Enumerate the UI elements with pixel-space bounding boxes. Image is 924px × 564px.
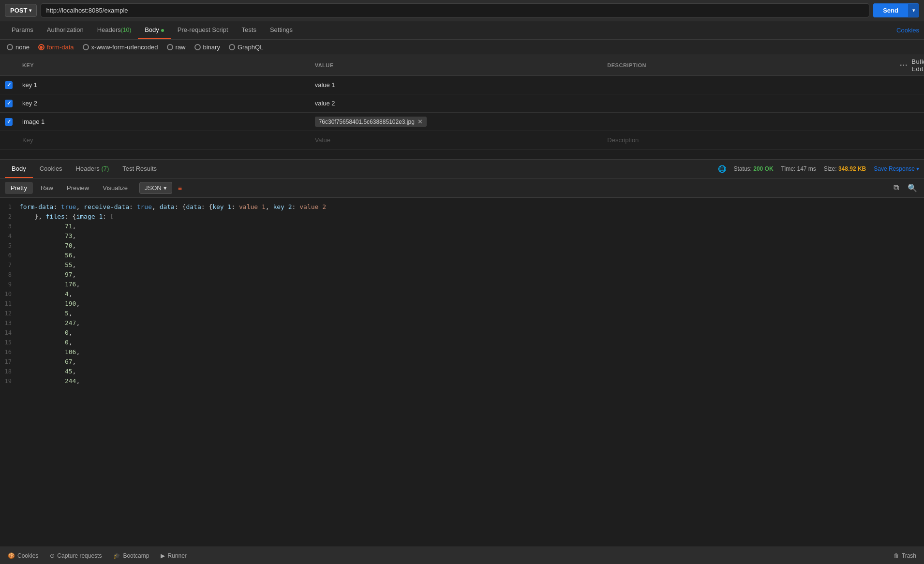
send-button-dropdown[interactable]: ▾	[908, 4, 919, 17]
table-header-description: DESCRIPTION	[602, 62, 895, 68]
file-tag: 76c30f75658401.5c638885102e3.jpg ✕	[315, 117, 427, 127]
code-line: 2 }, files: {image 1: [	[0, 212, 924, 222]
size-value: 348.92 KB	[838, 165, 866, 172]
filter-icon[interactable]: ≡	[178, 184, 182, 192]
table-header: KEY VALUE DESCRIPTION ··· Bulk Edit	[0, 55, 924, 76]
size-label: Size: 348.92 KB	[824, 165, 866, 172]
response-tab-testresults[interactable]: Test Results	[116, 160, 164, 178]
body-dot	[161, 29, 164, 32]
row2-actions	[895, 101, 924, 106]
more-options-icon[interactable]: ···	[900, 61, 908, 70]
response-tab-cookies[interactable]: Cookies	[33, 160, 69, 178]
line-content: 190,	[19, 300, 80, 307]
row2-checkbox[interactable]	[5, 100, 13, 107]
tab-tests[interactable]: Tests	[235, 21, 263, 39]
format-tab-preview[interactable]: Preview	[61, 182, 95, 194]
trash-icon: 🗑	[894, 552, 899, 559]
row1-value[interactable]: value 1	[310, 78, 603, 91]
line-content: 55,	[19, 261, 76, 268]
code-line: 8 97,	[0, 270, 924, 280]
row1-checkbox-col	[0, 78, 17, 92]
row2-key[interactable]: key 2	[17, 97, 310, 110]
bottom-bootcamp[interactable]: 🎓 Bootcamp	[113, 552, 149, 559]
body-type-binary[interactable]: binary	[194, 44, 220, 51]
tab-settings[interactable]: Settings	[263, 21, 299, 39]
line-content: 71,	[19, 223, 76, 230]
response-meta: 🌐 Status: 200 OK Time: 147 ms Size: 348.…	[718, 165, 919, 173]
line-number: 13	[0, 319, 19, 327]
row3-key[interactable]: image 1	[17, 115, 310, 128]
body-type-bar: none form-data x-www-form-urlencoded raw…	[0, 40, 924, 55]
cookies-link[interactable]: Cookies	[896, 27, 919, 34]
bottom-capture-requests[interactable]: ⊙ Capture requests	[50, 552, 102, 559]
code-line: 7 55,	[0, 261, 924, 270]
row2-description[interactable]	[602, 101, 895, 106]
send-button[interactable]: Send ▾	[873, 3, 919, 17]
file-tag-close-icon[interactable]: ✕	[417, 118, 423, 125]
copy-icon[interactable]: ⧉	[892, 181, 901, 194]
line-number: 18	[0, 368, 19, 375]
body-type-form-data[interactable]: form-data	[38, 44, 74, 51]
line-content: 45,	[19, 368, 76, 375]
response-tab-body[interactable]: Body	[5, 160, 33, 178]
method-selector[interactable]: POST ▾	[5, 4, 37, 17]
code-line: 1form-data: true, receive-data: true, da…	[0, 203, 924, 212]
row3-checkbox[interactable]	[5, 118, 13, 126]
format-tab-pretty[interactable]: Pretty	[5, 182, 33, 194]
format-chevron-icon: ▾	[164, 184, 167, 192]
file-name: 76c30f75658401.5c638885102e3.jpg	[319, 119, 415, 125]
body-type-urlencoded[interactable]: x-www-form-urlencoded	[83, 44, 158, 51]
format-select[interactable]: JSON ▾	[139, 182, 172, 194]
row2-value[interactable]: value 2	[310, 97, 603, 110]
placeholder-description[interactable]: Description	[602, 134, 895, 147]
send-button-main[interactable]: Send	[873, 3, 908, 17]
code-line: 3 71,	[0, 222, 924, 232]
line-number: 8	[0, 271, 19, 278]
placeholder-key[interactable]: Key	[17, 134, 310, 147]
tab-body[interactable]: Body	[138, 21, 171, 39]
row3-checkbox-col	[0, 115, 17, 129]
line-number: 19	[0, 377, 19, 385]
tab-prerequest[interactable]: Pre-request Script	[171, 21, 235, 39]
spacer	[0, 149, 924, 159]
capture-icon: ⊙	[50, 552, 55, 559]
row3-description[interactable]	[602, 119, 895, 125]
bottom-cookies[interactable]: 🍪 Cookies	[8, 552, 38, 559]
body-type-raw[interactable]: raw	[167, 44, 186, 51]
row1-checkbox[interactable]	[5, 81, 13, 89]
response-tab-headers[interactable]: Headers (7)	[69, 160, 116, 178]
time-label: Time: 147 ms	[781, 165, 816, 172]
code-line: 18 45,	[0, 367, 924, 377]
code-line: 5 70,	[0, 241, 924, 251]
format-tab-visualize[interactable]: Visualize	[97, 182, 134, 194]
code-area[interactable]: 1form-data: true, receive-data: true, da…	[0, 198, 924, 564]
code-line: 17 67,	[0, 357, 924, 367]
line-number: 2	[0, 213, 19, 220]
code-line: 6 56,	[0, 251, 924, 261]
code-line: 14 0,	[0, 328, 924, 338]
line-content: 67,	[19, 358, 76, 365]
row1-key[interactable]: key 1	[17, 78, 310, 91]
code-line: 12 5,	[0, 309, 924, 319]
line-content: form-data: true, receive-data: true, dat…	[19, 203, 326, 210]
line-number: 5	[0, 242, 19, 249]
line-number: 7	[0, 261, 19, 268]
row1-description[interactable]	[602, 82, 895, 88]
bottom-trash[interactable]: 🗑 Trash	[894, 552, 916, 559]
search-icon[interactable]: 🔍	[906, 181, 919, 194]
bulk-edit-button[interactable]: Bulk Edit	[911, 58, 924, 73]
line-content: 176,	[19, 281, 80, 288]
body-type-graphql[interactable]: GraphQL	[229, 44, 263, 51]
tab-authorization[interactable]: Authorization	[40, 21, 90, 39]
tab-params[interactable]: Params	[5, 21, 40, 39]
code-line: 11 190,	[0, 299, 924, 309]
url-input[interactable]	[41, 3, 869, 17]
method-chevron-icon: ▾	[29, 8, 31, 13]
body-type-none[interactable]: none	[7, 44, 30, 51]
line-number: 3	[0, 223, 19, 230]
tab-headers[interactable]: Headers(10)	[90, 21, 138, 39]
save-response-button[interactable]: Save Response ▾	[874, 165, 919, 172]
placeholder-value[interactable]: Value	[310, 134, 603, 147]
bottom-runner[interactable]: ▶ Runner	[161, 552, 186, 559]
format-tab-raw[interactable]: Raw	[35, 182, 59, 194]
